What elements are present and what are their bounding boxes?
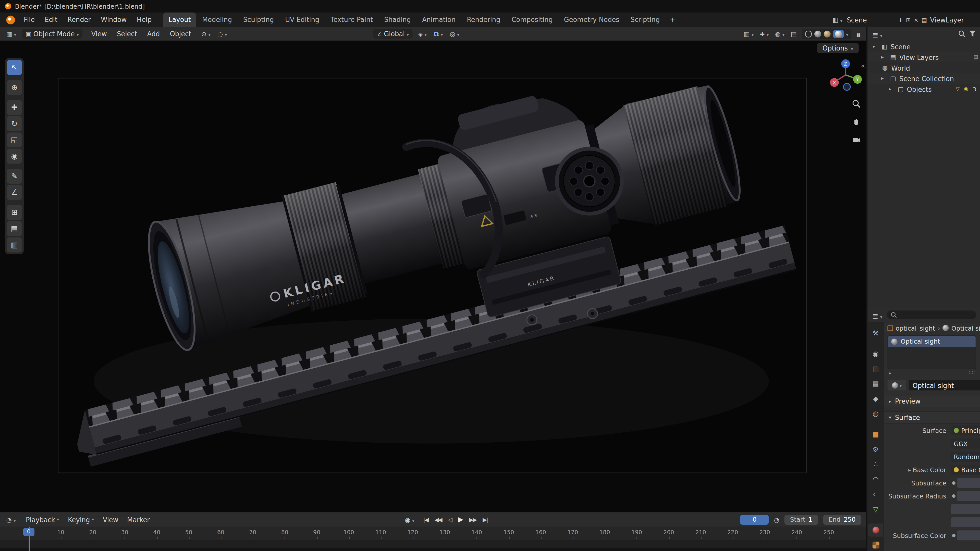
- navigation-gizmo[interactable]: Z X Y: [829, 58, 862, 92]
- app-menu-item[interactable]: Edit: [40, 13, 62, 27]
- tool-annotate[interactable]: ✎: [7, 168, 22, 184]
- editor-type-button[interactable]: [5, 29, 18, 39]
- workspace-tab[interactable]: UV Editing: [280, 13, 325, 27]
- viewport-menu-item[interactable]: Object: [165, 30, 196, 38]
- properties-tab-physics[interactable]: ◠: [868, 473, 883, 486]
- tool-select-box[interactable]: ↖: [7, 60, 22, 75]
- disclosure-arrow[interactable]: ▾: [873, 44, 878, 49]
- outliner-row[interactable]: ▸ View Layers ▤: [867, 52, 980, 62]
- pivot-point-dropdown[interactable]: [200, 29, 212, 39]
- viewport-canvas[interactable]: KLIGAR: [0, 41, 866, 512]
- workspace-tab[interactable]: Shading: [379, 13, 417, 27]
- timeline-menu-item[interactable]: Playback▾: [22, 516, 63, 523]
- proportional-edit-dropdown[interactable]: [449, 29, 461, 39]
- decorator-dot[interactable]: ●: [951, 480, 957, 486]
- search-icon[interactable]: [958, 30, 966, 38]
- timeline-ruler[interactable]: 1020304050607080901001101201301401501601…: [0, 527, 866, 541]
- tool-extra-b[interactable]: ▥: [7, 238, 22, 252]
- gizmos-dropdown[interactable]: [759, 29, 770, 39]
- workspace-tab[interactable]: Modeling: [197, 13, 238, 27]
- workspace-tab[interactable]: Texture Paint: [325, 13, 379, 27]
- timeline-menu-item[interactable]: Marker: [123, 516, 153, 523]
- mode-dropdown[interactable]: Object Mode: [22, 29, 83, 39]
- tool-add-cube[interactable]: ⊞: [7, 205, 22, 220]
- jump-to-start-button[interactable]: |◀: [421, 516, 431, 522]
- view-layer-name[interactable]: ViewLayer: [930, 16, 964, 23]
- disclosure-arrow[interactable]: ▸: [881, 54, 887, 60]
- property-field[interactable]: GGX: [951, 438, 980, 448]
- properties-tab-tool[interactable]: ⚒: [868, 327, 883, 340]
- material-slot-row[interactable]: Optical sight: [888, 336, 976, 347]
- property-field[interactable]: [957, 530, 980, 540]
- decorator-dot[interactable]: ●: [951, 533, 957, 538]
- viewport-menu-item[interactable]: Add: [143, 30, 164, 38]
- property-field[interactable]: Base Color: [951, 465, 980, 475]
- workspace-tab[interactable]: Compositing: [506, 13, 558, 27]
- app-menu-item[interactable]: Render: [62, 13, 96, 27]
- properties-tab-modifiers[interactable]: ⚙: [868, 443, 883, 456]
- orientation-dropdown[interactable]: Global: [373, 29, 413, 39]
- filter-icon[interactable]: [969, 30, 976, 38]
- properties-tab-data[interactable]: ▽: [868, 503, 883, 516]
- property-field[interactable]: [957, 491, 980, 501]
- shading-material-button[interactable]: [824, 30, 830, 37]
- property-field[interactable]: [957, 478, 980, 488]
- tool-cursor[interactable]: ⊕: [7, 80, 22, 95]
- material-name-field[interactable]: Optical sight: [909, 380, 980, 391]
- timeline-menu-item[interactable]: View: [99, 516, 122, 523]
- decorator-dot[interactable]: ●: [951, 494, 957, 499]
- properties-search-field[interactable]: [886, 310, 976, 319]
- properties-tab-output[interactable]: ▥: [868, 362, 883, 375]
- property-field[interactable]: [951, 504, 980, 514]
- property-field[interactable]: Random Walk: [951, 452, 980, 462]
- slot-specials-arrow[interactable]: ▸: [889, 370, 891, 376]
- pan-button[interactable]: [850, 116, 862, 128]
- workspace-tab[interactable]: Scripting: [625, 13, 665, 27]
- properties-tab-texture[interactable]: [868, 538, 883, 551]
- timeline-menu-item[interactable]: Keying▾: [64, 516, 98, 523]
- shading-rendered-button[interactable]: [833, 30, 844, 38]
- panel-preview[interactable]: ▸ Preview: [884, 395, 980, 407]
- tool-rotate[interactable]: ↻: [7, 116, 22, 131]
- outliner-row[interactable]: World: [867, 62, 980, 73]
- add-workspace-button[interactable]: +: [665, 13, 679, 27]
- app-menu-item[interactable]: Help: [132, 13, 157, 27]
- prev-keyframe-button[interactable]: ◀◀: [432, 516, 444, 522]
- shading-wireframe-button[interactable]: [805, 30, 812, 37]
- viewport-menu-item[interactable]: Select: [113, 30, 142, 38]
- property-field[interactable]: Principled BSDF: [951, 426, 980, 435]
- frame-start-field[interactable]: Start1: [784, 514, 818, 524]
- property-expand-arrow[interactable]: ▸: [908, 467, 911, 473]
- panel-surface[interactable]: ▾ Surface: [884, 411, 980, 424]
- unlink-scene-icon[interactable]: [914, 17, 918, 23]
- timeline-track-area[interactable]: [0, 540, 866, 551]
- pin-scene-icon[interactable]: [898, 17, 903, 23]
- disclosure-arrow[interactable]: ▸: [889, 86, 894, 92]
- properties-tab-object[interactable]: ■: [868, 428, 883, 441]
- blender-menu-icon[interactable]: [6, 15, 15, 24]
- properties-tab-particles[interactable]: ∴: [868, 458, 883, 471]
- viewport-3d[interactable]: KLIGAR: [0, 41, 866, 512]
- current-frame-field[interactable]: 0: [740, 514, 769, 524]
- frame-end-field[interactable]: End250: [823, 514, 861, 524]
- jump-to-end-button[interactable]: ▶|: [480, 516, 490, 522]
- outliner-editor-type-button[interactable]: [871, 27, 883, 41]
- auto-key-button[interactable]: [404, 514, 416, 524]
- next-keyframe-button[interactable]: ▶▶: [466, 516, 479, 522]
- scene-browse-button[interactable]: [831, 15, 844, 25]
- viewport-menu-item[interactable]: View: [87, 30, 111, 38]
- properties-tab-constraints[interactable]: ⊂: [868, 488, 883, 501]
- workspace-tab[interactable]: Sculpting: [238, 13, 280, 27]
- tool-extra-a[interactable]: ▤: [7, 221, 22, 236]
- new-scene-icon[interactable]: [906, 17, 911, 23]
- properties-tab-material[interactable]: [868, 524, 883, 537]
- transform-widget-dropdown[interactable]: [216, 29, 228, 39]
- property-field[interactable]: [951, 517, 980, 527]
- tool-measure[interactable]: ∠: [7, 185, 22, 200]
- tool-scale[interactable]: ◱: [7, 132, 22, 148]
- timeline-editor-type-button[interactable]: [5, 514, 17, 524]
- scene-name[interactable]: Scene: [847, 16, 867, 23]
- visibility-dropdown[interactable]: [742, 29, 755, 39]
- properties-tab-scene[interactable]: ◆: [868, 392, 883, 405]
- workspace-tab[interactable]: Rendering: [461, 13, 506, 27]
